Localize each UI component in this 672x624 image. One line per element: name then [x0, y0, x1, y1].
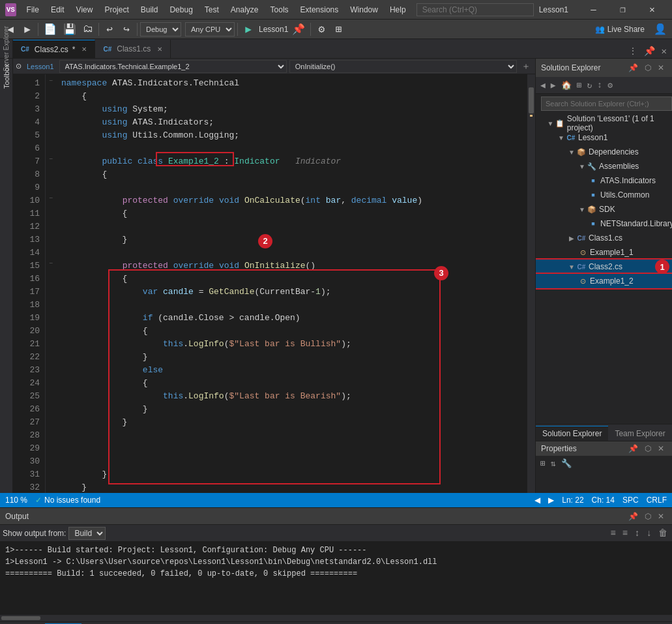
props-pin-btn[interactable]: 📌 [626, 443, 641, 454]
se-home-btn[interactable]: 🏠 [559, 79, 574, 92]
output-h-scrollbar[interactable] [0, 615, 672, 621]
tab-class2cs[interactable]: C# Class2.cs * ✕ [13, 40, 95, 58]
solution-search-input[interactable] [541, 97, 672, 111]
menu-build[interactable]: Build [136, 4, 164, 16]
close-panel-button[interactable]: ✕ [655, 62, 667, 74]
pin-button[interactable]: 📌 [626, 62, 641, 74]
tab-close-all[interactable]: ✕ [659, 44, 669, 58]
code-line-25: this.LogInfo($"Last bar is Bearish"); [61, 390, 522, 403]
tab-class2cs-close[interactable]: ✕ [81, 46, 87, 53]
output-close-btn[interactable]: ✕ [655, 511, 667, 522]
fold-3 [46, 100, 56, 113]
solution-explorer-panel: Solution Explorer 📌 ⬡ ✕ ◀ ▶ 🏠 ⊞ ↻ ↕ ⚙ ▼ … [535, 59, 672, 493]
user-icon[interactable]: 👤 [651, 22, 669, 37]
tab-solution-explorer[interactable]: Solution Explorer [536, 426, 608, 441]
tab-list-button[interactable]: ⋮ [626, 44, 640, 58]
menu-view[interactable]: View [71, 4, 98, 16]
tree-netstandard[interactable]: ■ NETStandard.Library [536, 216, 672, 231]
maximize-button[interactable]: ❐ [608, 0, 637, 20]
tab-class1cs[interactable]: C# Class1.cs ✕ [95, 40, 171, 58]
cpu-config-dropdown[interactable]: Any CPU [185, 22, 235, 37]
tab-pin-button[interactable]: 📌 [641, 44, 658, 58]
tab-class1cs-close[interactable]: ✕ [157, 46, 162, 53]
tab-team-explorer[interactable]: Team Explorer [608, 426, 671, 441]
menu-analyze[interactable]: Analyze [226, 4, 264, 16]
namespace-dropdown[interactable]: ATAS.Indicators.Technical.Example1_2 [59, 60, 287, 73]
save-all-button[interactable]: 🗂 [80, 22, 96, 37]
tree-example1-1[interactable]: ⊙ Example1_1 [536, 245, 672, 260]
crlf-text: CRLF [647, 496, 667, 505]
tree-example1-2[interactable]: ⊙ Example1_2 [536, 274, 672, 288]
props-grid-btn[interactable]: ⊞ [538, 457, 548, 470]
menu-extensions[interactable]: Extensions [295, 4, 344, 16]
scrollbar-thumb[interactable] [529, 87, 534, 113]
forward-button[interactable]: ▶ [20, 22, 35, 37]
ln-32: 32 [13, 481, 40, 493]
toolbar-extra-2[interactable]: ⊞ [330, 22, 346, 37]
attach-button[interactable]: 📌 [289, 22, 308, 37]
se-refresh-btn[interactable]: ↻ [585, 79, 594, 92]
debug-config-dropdown[interactable]: Debug [140, 22, 181, 37]
method-dropdown[interactable]: OnInitialize() [289, 60, 517, 73]
save-button[interactable]: 💾 [61, 22, 79, 37]
props-close-btn[interactable]: ✕ [655, 443, 667, 454]
output-dock-btn[interactable]: ⬡ [642, 511, 654, 522]
run-button[interactable]: ▶ [241, 22, 256, 37]
menu-file[interactable]: File [22, 4, 44, 16]
props-dock-btn[interactable]: ⬡ [642, 443, 654, 454]
menu-help[interactable]: Help [385, 4, 411, 16]
se-forward-btn[interactable]: ▶ [549, 79, 558, 92]
status-scroll-right[interactable]: ▶ [548, 496, 554, 505]
toolbar-extra-1[interactable]: ⚙ [314, 22, 329, 37]
tree-utils-common[interactable]: ■ Utils.Common [536, 188, 672, 202]
fold-10[interactable]: − [46, 192, 56, 205]
se-back-btn[interactable]: ◀ [538, 79, 548, 92]
menu-debug[interactable]: Debug [164, 4, 197, 16]
fold-7[interactable]: − [46, 153, 56, 166]
add-nav-button[interactable]: ＋ [519, 61, 533, 72]
tree-class2[interactable]: ▼ C# Class2.cs [536, 260, 672, 274]
props-wrench-btn[interactable]: 🔧 [559, 457, 574, 470]
minimize-button[interactable]: — [579, 0, 608, 20]
undo-button[interactable]: ↩ [102, 22, 117, 37]
status-ok-indicator[interactable]: ✓ No issues found [35, 496, 100, 505]
status-zoom[interactable]: 110 % [5, 496, 27, 505]
live-share-button[interactable]: 👥 Live Share [590, 23, 650, 35]
title-search-input[interactable] [416, 3, 534, 16]
menu-edit[interactable]: Edit [46, 4, 70, 16]
tree-class1[interactable]: ▶ C# Class1.cs [536, 231, 672, 245]
se-filter-btn[interactable]: ⚙ [606, 79, 615, 92]
tree-dependencies[interactable]: ▼ 📦 Dependencies [536, 145, 672, 159]
tree-assemblies[interactable]: ▼ 🔧 Assemblies [536, 159, 672, 173]
toolbar-separator-5 [310, 23, 311, 36]
menu-window[interactable]: Window [345, 4, 383, 16]
output-btn-1[interactable]: ≡ [608, 527, 617, 540]
output-h-thumb[interactable] [1, 616, 40, 620]
menu-tools[interactable]: Tools [265, 4, 294, 16]
fold-1[interactable]: − [46, 74, 56, 87]
props-sort-btn[interactable]: ⇅ [549, 457, 558, 470]
output-btn-3[interactable]: ↕ [632, 527, 641, 540]
tree-sdk[interactable]: ▼ 📦 SDK [536, 202, 672, 216]
status-scroll-left[interactable]: ◀ [534, 496, 540, 505]
fold-15[interactable]: − [46, 257, 56, 270]
output-pin-btn[interactable]: 📌 [626, 511, 641, 522]
redo-button[interactable]: ↪ [119, 22, 134, 37]
tree-project[interactable]: ▼ C# Lesson1 [536, 130, 672, 145]
output-btn-4[interactable]: ↓ [645, 527, 654, 540]
se-collapse-btn[interactable]: ↕ [595, 79, 604, 91]
editor-scrollbar[interactable] [527, 74, 535, 493]
dock-button[interactable]: ⬡ [642, 62, 654, 74]
output-btn-2[interactable]: ≡ [621, 527, 630, 540]
tree-atas-indicators[interactable]: ■ ATAS.Indicators [536, 173, 672, 188]
code-content[interactable]: 2 3 4 namespace ATAS.Indicators.Technica… [56, 74, 527, 493]
menu-test[interactable]: Test [199, 4, 224, 16]
toolbox-label[interactable]: Toolbox [3, 64, 10, 89]
output-source-dropdown[interactable]: Build [68, 527, 106, 540]
output-btn-5[interactable]: 🗑 [656, 527, 669, 540]
tree-solution[interactable]: ▼ 📋 Solution 'Lesson1' (1 of 1 project) [536, 116, 672, 130]
close-button[interactable]: ✕ [637, 0, 667, 20]
menu-project[interactable]: Project [99, 4, 134, 16]
new-file-button[interactable]: 📄 [41, 22, 59, 37]
se-grid-btn[interactable]: ⊞ [575, 79, 584, 92]
